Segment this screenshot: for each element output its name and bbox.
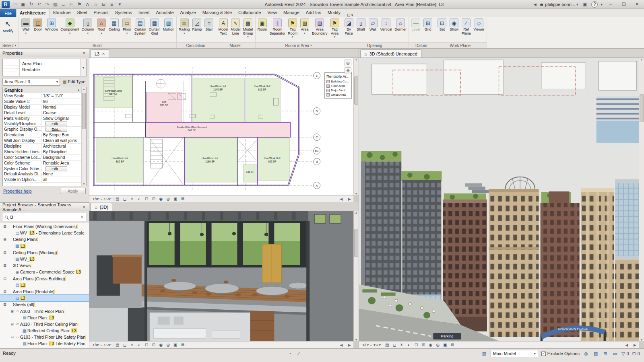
clear-search-icon[interactable]: ✕: [79, 215, 85, 219]
qat-icon[interactable]: ↻: [27, 1, 35, 8]
property-row[interactable]: Color Scheme Rentable Area: [3, 160, 81, 166]
property-row[interactable]: Discipline Architectural: [3, 144, 81, 149]
modify-options-dropdown[interactable]: ⊡▾: [344, 13, 356, 17]
property-row[interactable]: Show Hidden Lines By Discipline: [3, 149, 81, 155]
interior-3d-canvas[interactable]: [89, 211, 353, 341]
ribbon-button[interactable]: ⌂ Dormer: [393, 18, 408, 35]
ribbon-button[interactable]: ▤ Curtain System: [133, 18, 147, 39]
status-tool-icon[interactable]: ▧: [592, 350, 599, 357]
ribbon-tab[interactable]: Analyze: [177, 9, 199, 17]
tree-item[interactable]: L3: [0, 295, 89, 301]
checkbox[interactable]: ✓: [541, 352, 546, 356]
ribbon-button[interactable]: ∕ Ref Plane: [460, 18, 472, 39]
tree-expander-icon[interactable]: ⊟: [2, 290, 7, 294]
maximize-button[interactable]: ❑: [619, 1, 629, 8]
cart-icon[interactable]: ▣: [581, 1, 588, 8]
property-row[interactable]: Wall Join Display Clean all wall joins: [3, 138, 81, 144]
tree-item[interactable]: ⊟ Sheets (all): [0, 301, 89, 308]
panel-label-model[interactable]: Model: [216, 42, 255, 48]
qat-icon[interactable]: ⌂: [92, 1, 99, 8]
type-selector[interactable]: Area Plan Rentable ▾: [2, 59, 87, 76]
property-row[interactable]: Graphic Display O... Edit...: [3, 127, 81, 132]
property-value[interactable]: 1/8" = 1'-0": [42, 94, 81, 98]
qat-icon[interactable]: ▤: [52, 1, 59, 8]
status-icon[interactable]: ◔: [287, 350, 293, 357]
help-dropdown-icon[interactable]: ▾: [601, 2, 603, 6]
ribbon-tab[interactable]: View: [264, 9, 280, 17]
ribbon-button[interactable]: ▨ Area▾: [299, 18, 311, 35]
ribbon-button[interactable]: ≡ Stair: [203, 18, 215, 35]
panel-label-select[interactable]: Select▾: [0, 42, 19, 48]
ribbon-button[interactable]: ⚑ Tag Area▾: [329, 18, 341, 39]
close-icon[interactable]: ✕: [82, 51, 87, 55]
tree-item[interactable]: ⊟ Ceiling Plans: [0, 236, 89, 243]
search-input[interactable]: [10, 215, 79, 220]
status-tool-icon[interactable]: ▭: [612, 350, 618, 357]
signed-in-user[interactable]: ☻ philippe.bonn... ▾: [539, 2, 578, 7]
filter-selection-count[interactable]: ▽ :0: [621, 351, 629, 356]
property-value[interactable]: Architectural: [42, 144, 81, 148]
tree-item[interactable]: WV_L3 - Dimensions Large Scale: [0, 230, 89, 236]
tree-item[interactable]: Reflected Ceiling Plan: L3: [0, 327, 89, 334]
vertical-scrollbar[interactable]: ▲ ▼: [353, 211, 359, 341]
ribbon-tab[interactable]: Massing & Site: [199, 9, 235, 17]
ribbon-button[interactable]: ▦ Curtain Grid: [147, 18, 161, 39]
view-control-icon[interactable]: ☀: [128, 342, 135, 348]
scale-button[interactable]: 1/8" = 1'-0": [360, 343, 383, 347]
revit-logo-icon[interactable]: R: [2, 1, 10, 8]
scrollbar-thumb[interactable]: [640, 94, 644, 122]
property-value[interactable]: Edit...: [42, 121, 81, 126]
ribbon-button[interactable]: ≣ Railing▾: [178, 18, 191, 35]
qat-icon[interactable]: ▣: [19, 1, 27, 8]
view-control-icon[interactable]: ⊡: [143, 196, 150, 202]
ribbon-tab[interactable]: Insert: [135, 9, 153, 17]
scroll-up-icon[interactable]: ▲: [82, 88, 86, 90]
qat-icon[interactable]: ↶: [35, 1, 43, 8]
scroll-right-icon[interactable]: ▶: [348, 197, 351, 201]
scroll-left-icon[interactable]: ◀: [625, 343, 628, 347]
qat-icon[interactable]: ▱: [11, 1, 19, 8]
ribbon-button[interactable]: ◆ Component▾: [59, 18, 80, 35]
tree-expander-icon[interactable]: ⊟: [2, 251, 7, 255]
property-row[interactable]: Scale Value 1: 96: [3, 99, 81, 105]
ribbon-button[interactable]: ◇ Viewer: [472, 18, 485, 35]
ribbon-tab[interactable]: Add-Ins: [303, 9, 324, 17]
view-control-icon[interactable]: ⊞: [420, 342, 427, 348]
scroll-down-icon[interactable]: ▼: [354, 192, 359, 195]
view-control-icon[interactable]: ◎: [165, 196, 171, 202]
panel-label-circulation[interactable]: Circulation: [177, 42, 216, 48]
steering-wheel-icon[interactable]: ◎: [345, 60, 351, 66]
ribbon-button[interactable]: ▥ Mullion: [161, 18, 175, 35]
ribbon-button[interactable]: ▬ Wall▾: [20, 18, 32, 35]
scroll-down-icon[interactable]: ▼: [354, 338, 359, 341]
active-design-option-select[interactable]: Main Model ▾: [491, 350, 538, 357]
apply-button[interactable]: Apply: [60, 188, 86, 194]
view-tab-l3[interactable]: L3 ✕: [91, 49, 109, 58]
ribbon-button[interactable]: ◪ By Face: [343, 18, 355, 39]
scroll-up-icon[interactable]: ▲: [639, 58, 644, 61]
view-control-icon[interactable]: ⊠: [179, 342, 186, 348]
view-control-icon[interactable]: ▤: [114, 342, 121, 348]
ribbon-tab[interactable]: Architecture: [16, 9, 50, 17]
ribbon-button[interactable]: ▯ Column▾: [80, 18, 95, 35]
view-control-icon[interactable]: ◻: [391, 342, 398, 348]
ribbon-button[interactable]: ▦ Ceiling: [107, 18, 121, 35]
properties-scrollbar[interactable]: ▲ ▼: [81, 87, 86, 186]
scrollbar-thumb[interactable]: [82, 93, 86, 129]
ribbon-button[interactable]: ◫ Door: [32, 18, 44, 35]
qat-icon[interactable]: ≡: [108, 1, 116, 8]
floor-plan-drawing[interactable]: Live/Work Unit 647 SF Loft 289 SF Live/W…: [89, 58, 353, 195]
view-control-icon[interactable]: ☀: [398, 342, 405, 348]
view-control-icon[interactable]: ◻: [121, 342, 128, 348]
view-control-icon[interactable]: ▣: [172, 342, 179, 348]
scroll-down-icon[interactable]: ▼: [82, 183, 86, 185]
ribbon-button[interactable]: ⌂ Roof▾: [95, 18, 107, 35]
property-row[interactable]: Color Scheme Loc... Background: [3, 155, 81, 160]
view-control-icon[interactable]: ⊠: [179, 196, 186, 202]
property-value[interactable]: By Discipline: [42, 150, 81, 154]
qat-icon[interactable]: ⚑: [76, 1, 83, 8]
tree-item[interactable]: ⊟ Ceiling Plans (Working): [0, 249, 89, 256]
view-control-icon[interactable]: ◐: [136, 196, 142, 202]
tree-expander-icon[interactable]: ⊟: [2, 237, 7, 241]
ribbon-tab[interactable]: Modify: [324, 9, 344, 17]
